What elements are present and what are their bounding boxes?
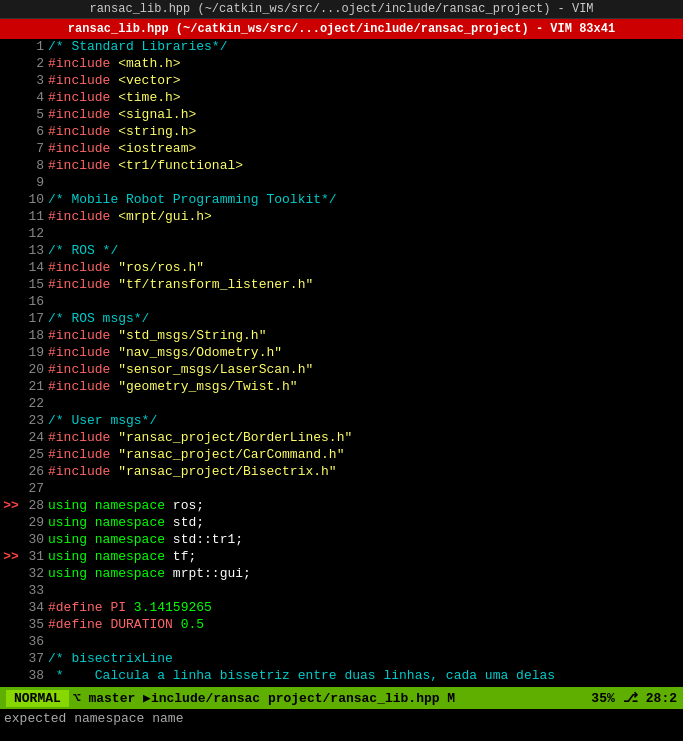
line-number: 20 bbox=[20, 362, 48, 377]
editor-line: 20#include "sensor_msgs/LaserScan.h" bbox=[0, 362, 683, 379]
line-content: #include "geometry_msgs/Twist.h" bbox=[48, 379, 681, 394]
comment-token: /* ROS msgs*/ bbox=[48, 311, 149, 326]
line-number: 15 bbox=[20, 277, 48, 292]
include-token: #include bbox=[48, 430, 118, 445]
editor-line: 11#include <mrpt/gui.h> bbox=[0, 209, 683, 226]
line-number: 29 bbox=[20, 515, 48, 530]
line-content: #include <vector> bbox=[48, 73, 681, 88]
editor-line: 18#include "std_msgs/String.h" bbox=[0, 328, 683, 345]
include-token: #include bbox=[48, 107, 118, 122]
editor-line: 8#include <tr1/functional> bbox=[0, 158, 683, 175]
line-content: #include "std_msgs/String.h" bbox=[48, 328, 681, 343]
line-number: 10 bbox=[20, 192, 48, 207]
line-number: 12 bbox=[20, 226, 48, 241]
editor-line: 16 bbox=[0, 294, 683, 311]
editor-area[interactable]: 1/* Standard Libraries*/2#include <math.… bbox=[0, 39, 683, 687]
plain-token: std::tr1; bbox=[173, 532, 243, 547]
editor-line: 39 * definida por dois pontos bbox=[0, 685, 683, 687]
editor-line: 23/* User msgs*/ bbox=[0, 413, 683, 430]
line-number: 37 bbox=[20, 651, 48, 666]
line-number: 19 bbox=[20, 345, 48, 360]
line-number: 3 bbox=[20, 73, 48, 88]
keyword-token: using namespace bbox=[48, 515, 173, 530]
string-token: <vector> bbox=[118, 73, 180, 88]
string-token: "nav_msgs/Odometry.h" bbox=[118, 345, 282, 360]
include-token: #include bbox=[48, 345, 118, 360]
bottom-message: expected namespace name bbox=[4, 711, 183, 726]
editor-line: 19#include "nav_msgs/Odometry.h" bbox=[0, 345, 683, 362]
line-content: #include "ros/ros.h" bbox=[48, 260, 681, 275]
line-number: 36 bbox=[20, 634, 48, 649]
include-token: #include bbox=[48, 124, 118, 139]
line-number: 6 bbox=[20, 124, 48, 139]
status-bar: NORMAL ⌥ master ▶ include/ransac project… bbox=[0, 687, 683, 709]
line-number: 33 bbox=[20, 583, 48, 598]
line-number: 22 bbox=[20, 396, 48, 411]
string-token: "geometry_msgs/Twist.h" bbox=[118, 379, 297, 394]
inner-title-bar: ransac_lib.hpp (~/catkin_ws/src/...oject… bbox=[0, 19, 683, 39]
line-content: /* User msgs*/ bbox=[48, 413, 681, 428]
outer-title-bar: ransac_lib.hpp (~/catkin_ws/src/...oject… bbox=[0, 0, 683, 19]
line-content: #include <mrpt/gui.h> bbox=[48, 209, 681, 224]
line-content: #include "sensor_msgs/LaserScan.h" bbox=[48, 362, 681, 377]
line-content: #include "tf/transform_listener.h" bbox=[48, 277, 681, 292]
line-number: 1 bbox=[20, 39, 48, 54]
include-token: #include bbox=[48, 209, 118, 224]
line-content: #include "ransac_project/Bisectrix.h" bbox=[48, 464, 681, 479]
define-token: #define bbox=[48, 600, 110, 615]
include-token: #include bbox=[48, 464, 118, 479]
editor-line: 5#include <signal.h> bbox=[0, 107, 683, 124]
string-token: "ros/ros.h" bbox=[118, 260, 204, 275]
line-number: 21 bbox=[20, 379, 48, 394]
plain-token: mrpt::gui; bbox=[173, 566, 251, 581]
define-name-token: DURATION bbox=[110, 617, 180, 632]
include-token: #include bbox=[48, 260, 118, 275]
string-token: <string.h> bbox=[118, 124, 196, 139]
line-number: 27 bbox=[20, 481, 48, 496]
line-content: #include <iostream> bbox=[48, 141, 681, 156]
comment-token: * definida por dois pontos bbox=[48, 685, 259, 687]
include-token: #include bbox=[48, 328, 118, 343]
editor-line: 30using namespace std::tr1; bbox=[0, 532, 683, 549]
include-token: #include bbox=[48, 141, 118, 156]
line-content: * Calcula a linha bissetriz entre duas l… bbox=[48, 668, 681, 683]
keyword-token: using namespace bbox=[48, 532, 173, 547]
editor-line: 34#define PI 3.14159265 bbox=[0, 600, 683, 617]
string-token: "tf/transform_listener.h" bbox=[118, 277, 313, 292]
line-number: 13 bbox=[20, 243, 48, 258]
line-number: 11 bbox=[20, 209, 48, 224]
string-token: <signal.h> bbox=[118, 107, 196, 122]
string-token: <tr1/functional> bbox=[118, 158, 243, 173]
include-token: #include bbox=[48, 379, 118, 394]
comment-token: /* Mobile Robot Programming Toolkit*/ bbox=[48, 192, 337, 207]
bottom-bar: expected namespace name bbox=[0, 709, 683, 727]
editor-line: 27 bbox=[0, 481, 683, 498]
line-content: /* Mobile Robot Programming Toolkit*/ bbox=[48, 192, 681, 207]
keyword-token: using namespace bbox=[48, 498, 173, 513]
plain-token: tf; bbox=[173, 549, 196, 564]
line-content: #include <string.h> bbox=[48, 124, 681, 139]
define-token: #define bbox=[48, 617, 110, 632]
line-content: #include <math.h> bbox=[48, 56, 681, 71]
comment-token: /* User msgs*/ bbox=[48, 413, 157, 428]
line-content: * definida por dois pontos bbox=[48, 685, 681, 687]
editor-line: 21#include "geometry_msgs/Twist.h" bbox=[0, 379, 683, 396]
editor-line: 17/* ROS msgs*/ bbox=[0, 311, 683, 328]
line-number: 30 bbox=[20, 532, 48, 547]
editor-line: 32using namespace mrpt::gui; bbox=[0, 566, 683, 583]
include-token: #include bbox=[48, 447, 118, 462]
vim-mode: NORMAL bbox=[6, 690, 69, 707]
line-content: #include "ransac_project/CarCommand.h" bbox=[48, 447, 681, 462]
line-number: 9 bbox=[20, 175, 48, 190]
line-content: #include <signal.h> bbox=[48, 107, 681, 122]
line-content: /* ROS msgs*/ bbox=[48, 311, 681, 326]
line-content: #include <time.h> bbox=[48, 90, 681, 105]
line-content: #define DURATION 0.5 bbox=[48, 617, 681, 632]
line-number: 5 bbox=[20, 107, 48, 122]
string-token: "std_msgs/String.h" bbox=[118, 328, 266, 343]
include-token: #include bbox=[48, 362, 118, 377]
line-content: using namespace tf; bbox=[48, 549, 681, 564]
string-token: "sensor_msgs/LaserScan.h" bbox=[118, 362, 313, 377]
define-name-token: PI bbox=[110, 600, 133, 615]
string-token: "ransac_project/CarCommand.h" bbox=[118, 447, 344, 462]
